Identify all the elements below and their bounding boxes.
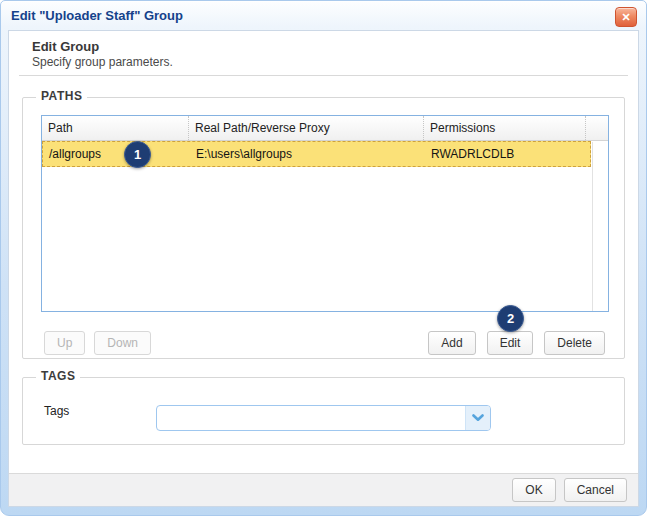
edit-button[interactable]: Edit <box>487 331 534 355</box>
paths-fieldset: PATHS Path Real Path/Reverse Proxy Permi… <box>22 97 625 359</box>
dialog-titlebar[interactable]: Edit "Uploader Staff" Group ✕ <box>1 1 646 30</box>
tags-legend: TAGS <box>36 369 80 383</box>
paths-grid: Path Real Path/Reverse Proxy Permissions… <box>41 115 609 312</box>
add-button[interactable]: Add <box>428 331 475 355</box>
section-subheading: Specify group parameters. <box>32 55 173 69</box>
dialog-title: Edit "Uploader Staff" Group <box>11 8 183 23</box>
annotation-step-2-badge: 2 <box>497 305 524 332</box>
cell-real-path: E:\users\allgroups <box>190 142 425 166</box>
close-icon: ✕ <box>621 11 630 23</box>
tags-dropdown-trigger[interactable] <box>465 406 490 430</box>
column-header-path[interactable]: Path <box>42 116 189 140</box>
tags-fieldset: TAGS Tags <box>22 377 625 445</box>
column-header-filler <box>586 116 608 140</box>
up-button[interactable]: Up <box>44 331 85 355</box>
cell-permissions: RWADRLCDLB <box>425 142 587 166</box>
section-heading: Edit Group <box>32 39 99 54</box>
heading-divider <box>19 75 628 76</box>
dialog-footer: OK Cancel <box>9 473 638 506</box>
screen: Edit "Uploader Staff" Group ✕ Edit Group… <box>0 0 647 516</box>
down-button[interactable]: Down <box>94 331 151 355</box>
cell-path: /allgroups <box>43 142 190 166</box>
grid-scrollbar-track[interactable] <box>592 142 608 311</box>
ok-button[interactable]: OK <box>512 478 555 502</box>
close-button[interactable]: ✕ <box>615 7 637 27</box>
tags-dropdown[interactable] <box>156 405 491 431</box>
chevron-down-icon <box>472 414 484 422</box>
paths-button-row: Up Down Add Edit Delete <box>44 331 605 355</box>
delete-button[interactable]: Delete <box>544 331 605 355</box>
paths-grid-header: Path Real Path/Reverse Proxy Permissions <box>42 116 608 141</box>
dialog-body: Edit Group Specify group parameters. PAT… <box>8 30 639 507</box>
edit-group-dialog: Edit "Uploader Staff" Group ✕ Edit Group… <box>0 0 647 516</box>
tags-label: Tags <box>44 404 69 418</box>
cancel-button[interactable]: Cancel <box>564 478 627 502</box>
annotation-step-1-badge: 1 <box>124 141 151 168</box>
paths-legend: PATHS <box>36 89 87 103</box>
column-header-permissions[interactable]: Permissions <box>424 116 586 140</box>
column-header-real-path[interactable]: Real Path/Reverse Proxy <box>189 116 424 140</box>
